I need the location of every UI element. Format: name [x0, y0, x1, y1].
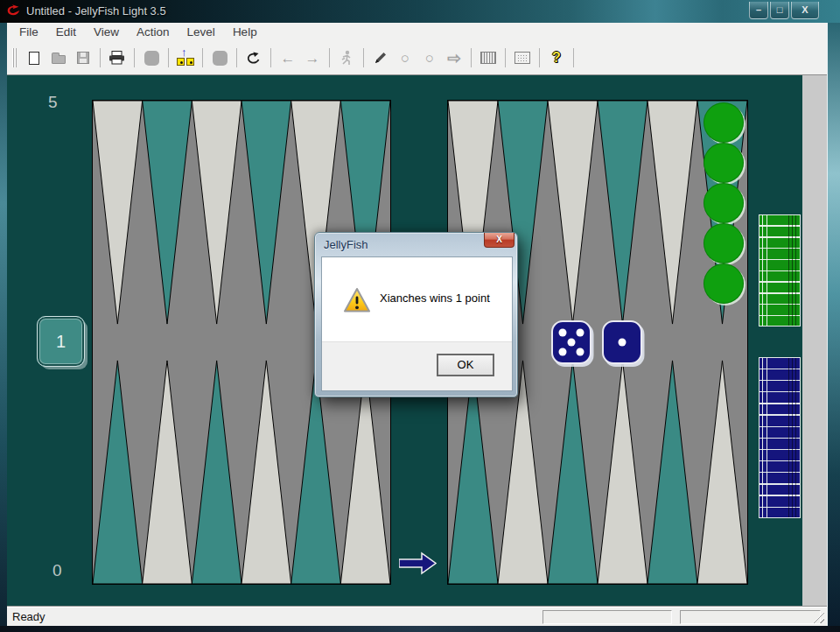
die-2[interactable] — [602, 320, 642, 364]
blue-borne-off-stack — [759, 357, 801, 518]
toolbar-separator — [505, 48, 506, 67]
pencil-icon — [373, 50, 388, 66]
hollow-arrow-icon: ⇨ — [447, 50, 461, 67]
board-point-bottom-2[interactable] — [143, 361, 192, 584]
toolbar-separator — [202, 48, 203, 67]
status-bar: Ready — [7, 606, 827, 626]
dialog-footer: OK — [322, 341, 512, 390]
green-checker[interactable] — [704, 263, 744, 304]
toolbar: ↑ ← → — [7, 41, 827, 75]
menu-action[interactable]: Action — [128, 24, 178, 40]
minimize-button[interactable]: – — [749, 2, 768, 19]
maximize-button[interactable]: □ — [770, 2, 789, 19]
menu-level[interactable]: Level — [178, 24, 224, 40]
checker-button-1[interactable] — [140, 46, 163, 69]
doubling-cube[interactable]: 1 — [37, 316, 85, 367]
save-button[interactable] — [72, 46, 94, 69]
toolbar-separator — [471, 48, 472, 67]
window-title: Untitled - JellyFish Light 3.5 — [26, 4, 166, 18]
play-button[interactable]: ⇨ — [443, 46, 466, 69]
die-pip — [619, 339, 626, 347]
back-button[interactable]: ← — [276, 46, 299, 69]
board-point-top-1[interactable] — [93, 101, 143, 324]
close-button[interactable]: X — [791, 2, 819, 19]
app-logo-fish-icon — [6, 4, 21, 18]
toolbar-separator — [168, 48, 169, 67]
gray-checker-icon — [144, 51, 159, 66]
circle-button-1[interactable]: ○ — [394, 46, 416, 69]
hatched-board-icon — [480, 52, 496, 64]
board-point-top-4[interactable] — [242, 101, 291, 324]
undo-icon — [245, 50, 262, 66]
checker-button-2[interactable] — [208, 46, 231, 69]
roll-dice-button[interactable]: ↑ — [174, 46, 197, 69]
toolbar-separator — [134, 48, 135, 67]
green-checker[interactable] — [704, 183, 744, 223]
title-bar[interactable]: Untitled - JellyFish Light 3.5 – □ X — [0, 0, 840, 23]
new-button[interactable] — [23, 46, 46, 69]
toolbar-separator — [236, 48, 237, 67]
menu-edit[interactable]: Edit — [47, 24, 85, 40]
die-pip — [577, 328, 584, 336]
help-button[interactable]: ? — [545, 46, 568, 69]
open-folder-icon — [52, 55, 66, 64]
board-point-top-2[interactable] — [143, 101, 192, 324]
edit-button[interactable] — [369, 46, 392, 69]
ok-button[interactable]: OK — [437, 354, 494, 376]
status-text: Ready — [12, 610, 46, 623]
circle-button-2[interactable]: ○ — [418, 46, 441, 69]
print-button[interactable] — [106, 46, 129, 69]
green-checker[interactable] — [704, 223, 744, 263]
board-point-bottom-6[interactable] — [697, 361, 747, 584]
printer-icon — [108, 51, 126, 65]
toolbar-separator — [100, 48, 101, 67]
undo-button[interactable] — [242, 46, 265, 69]
message-dialog: JellyFish X Xianches wins 1 point OK — [314, 232, 518, 397]
window-border-bottom — [0, 626, 840, 632]
dialog-title[interactable]: JellyFish — [324, 238, 368, 251]
menu-view[interactable]: View — [85, 24, 128, 40]
board-point-top-3[interactable] — [192, 101, 242, 324]
board-point-bottom-5[interactable] — [648, 361, 697, 584]
open-button[interactable] — [47, 46, 70, 69]
app-window: Untitled - JellyFish Light 3.5 – □ X Fil… — [0, 0, 840, 632]
resign-button[interactable] — [335, 46, 358, 69]
toolbar-grip[interactable] — [12, 48, 17, 67]
board-point-bottom-4[interactable] — [598, 361, 648, 584]
circle-outline-icon: ○ — [401, 51, 410, 66]
green-borne-off-stack — [759, 214, 801, 327]
new-document-icon — [29, 52, 39, 65]
board-options-button[interactable] — [511, 46, 534, 69]
green-checker[interactable] — [704, 102, 744, 143]
green-checker-stack — [704, 102, 744, 305]
window-border-right — [827, 23, 840, 626]
dialog-message: Xianches wins 1 point — [380, 291, 490, 305]
die-pip — [568, 339, 576, 347]
green-checker[interactable] — [704, 143, 744, 183]
die-pip — [558, 348, 566, 356]
dialog-content: Xianches wins 1 point OK — [321, 256, 513, 391]
board-layout-button[interactable] — [477, 46, 500, 69]
warning-triangle-icon — [343, 286, 371, 314]
menu-file[interactable]: File — [10, 24, 47, 40]
forward-button[interactable]: → — [301, 46, 324, 69]
circle-outline-icon: ○ — [425, 51, 434, 66]
toolbar-separator — [270, 48, 271, 67]
toolbar-separator — [539, 48, 540, 67]
board-point-bottom-1[interactable] — [93, 361, 143, 584]
board-point-bottom-3[interactable] — [192, 361, 242, 584]
status-panel-1 — [542, 610, 672, 624]
die-pip — [577, 348, 584, 356]
die-1[interactable] — [551, 320, 592, 364]
menu-help[interactable]: Help — [224, 24, 266, 40]
dialog-close-button[interactable]: X — [484, 233, 514, 248]
board-point-bottom-4[interactable] — [242, 361, 291, 584]
board-point-bottom-3[interactable] — [548, 361, 598, 584]
status-panel-2 — [680, 610, 821, 624]
toolbar-separator — [329, 48, 330, 67]
board-point-top-4[interactable] — [598, 101, 648, 324]
board-point-top-3[interactable] — [548, 101, 598, 324]
runner-icon — [338, 49, 355, 67]
save-floppy-icon — [77, 52, 89, 64]
board-point-top-5[interactable] — [648, 101, 697, 324]
